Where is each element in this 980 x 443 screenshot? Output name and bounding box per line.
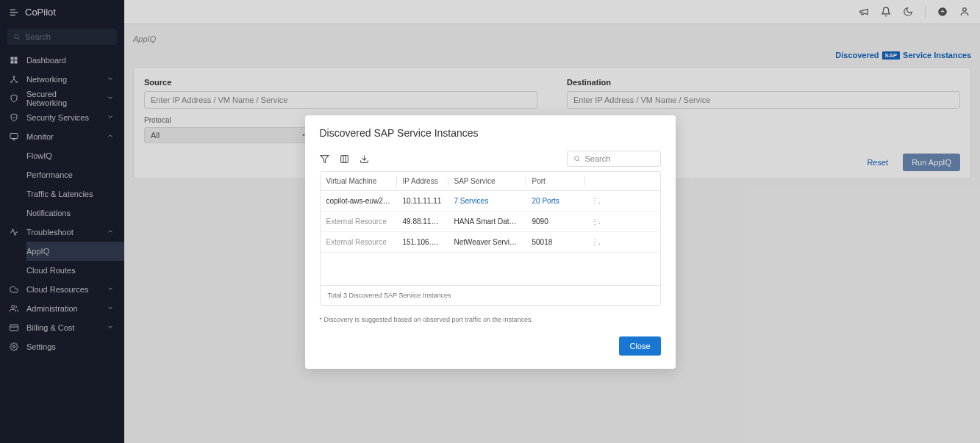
- modal-overlay: Discovered SAP Service Instances Search …: [0, 0, 980, 443]
- cell-port[interactable]: 20 Ports: [526, 197, 585, 205]
- table-row: copilot-aws-euw2-s2-h10.11.11.117 Servic…: [321, 191, 660, 212]
- columns-icon[interactable]: [340, 154, 349, 164]
- cell-vm: copilot-aws-euw2-s2-h: [321, 197, 397, 205]
- modal: Discovered SAP Service Instances Search …: [305, 115, 676, 369]
- cell-svc: HANA Smart Data Stre: [448, 217, 526, 226]
- table-footer: Total 3 Discovered SAP Service Instances: [321, 285, 660, 305]
- modal-note: * Discovery is suggested based on observ…: [320, 316, 661, 323]
- download-icon[interactable]: [360, 154, 369, 164]
- cell-ip: 49.88.112…: [397, 217, 448, 226]
- cell-port: 50018: [526, 238, 585, 246]
- filter-icon[interactable]: [320, 154, 329, 164]
- search-icon: [573, 155, 581, 162]
- cell-port: 9090: [526, 217, 585, 226]
- modal-search-placeholder: Search: [585, 154, 611, 163]
- svg-marker-22: [321, 155, 329, 162]
- cell-svc: NetWeaver Services: [448, 238, 526, 246]
- cell-ip: 151.106.3…: [397, 238, 448, 246]
- cell-ip: 10.11.11.11: [397, 197, 448, 205]
- col-ip[interactable]: IP Address: [397, 176, 448, 187]
- close-button[interactable]: Close: [619, 336, 660, 356]
- table-row: External Resource49.88.112…HANA Smart Da…: [321, 212, 660, 232]
- row-more-icon[interactable]: ⋮: [585, 238, 600, 246]
- cell-vm: External Resource: [321, 238, 397, 246]
- cell-svc[interactable]: 7 Services: [448, 197, 526, 205]
- modal-title: Discovered SAP Service Instances: [320, 127, 661, 139]
- svg-line-28: [578, 160, 579, 162]
- modal-search[interactable]: Search: [567, 151, 661, 167]
- col-svc[interactable]: SAP Service: [448, 176, 526, 187]
- col-port[interactable]: Port: [526, 176, 585, 187]
- row-more-icon[interactable]: ⋮: [585, 217, 600, 226]
- table-header: Virtual Machine IP Address SAP Service P…: [321, 172, 660, 191]
- svg-point-27: [574, 156, 579, 161]
- cell-vm: External Resource: [321, 217, 397, 226]
- svg-rect-23: [340, 155, 348, 162]
- table-row: External Resource151.106.3…NetWeaver Ser…: [321, 232, 660, 253]
- col-vm[interactable]: Virtual Machine: [321, 176, 397, 187]
- instances-table: Virtual Machine IP Address SAP Service P…: [320, 171, 661, 306]
- row-more-icon[interactable]: ⋮: [585, 197, 600, 205]
